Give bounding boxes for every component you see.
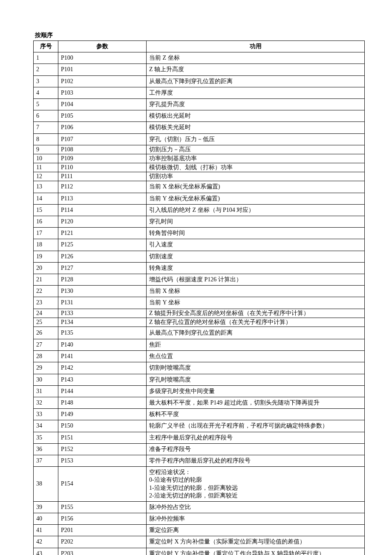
cell-param: P103: [58, 87, 147, 98]
header-seq: 序号: [34, 41, 58, 52]
cell-seq: 41: [34, 525, 58, 536]
cell-param: P144: [58, 385, 147, 397]
cell-param: P141: [58, 351, 147, 362]
cell-seq: 24: [34, 309, 58, 318]
cell-param: P113: [58, 193, 147, 204]
cell-seq: 32: [34, 397, 58, 409]
table-row: 5P104穿孔提升高度: [34, 98, 365, 110]
cell-func: 准备子程序段号: [147, 443, 365, 455]
header-param: 参数: [58, 41, 147, 52]
table-row: 37P153零件子程序内部最后穿孔处的程序段号: [34, 455, 365, 466]
cell-func: 穿孔时间: [147, 216, 365, 228]
cell-seq: 22: [34, 286, 58, 297]
cell-func: 增益代码（根据速度 P126 计算出）: [147, 274, 365, 285]
cell-func: 多级穿孔时变焦中间变量: [147, 385, 365, 397]
cell-seq: 4: [34, 87, 58, 98]
cell-func: 模切板出光延时: [147, 110, 365, 122]
cell-func: 重定位距离: [147, 525, 365, 536]
cell-seq: 3: [34, 75, 58, 87]
cell-seq: 29: [34, 362, 58, 374]
table-row: 33P149板料不平度: [34, 409, 365, 420]
table-row: 30P143穿孔时喷嘴高度: [34, 374, 365, 385]
cell-param: P155: [58, 501, 147, 513]
cell-param: P154: [58, 467, 147, 502]
cell-param: P130: [58, 286, 147, 297]
table-row: 10P109功率控制基底功率: [34, 154, 365, 163]
cell-param: P150: [58, 420, 147, 432]
cell-func: 当前 X 坐标(无坐标系偏置): [147, 181, 365, 193]
cell-param: P100: [58, 52, 147, 64]
cell-param: P101: [58, 64, 147, 75]
cell-param: P121: [58, 228, 147, 239]
cell-seq: 20: [34, 262, 58, 274]
cell-func: 从最高点下降到穿孔位置的距离: [147, 75, 365, 87]
cell-param: P108: [58, 145, 147, 154]
cell-func: 脉冲外控频率: [147, 513, 365, 525]
table-row: 29P142切割时喷嘴高度: [34, 362, 365, 374]
cell-param: P133: [58, 309, 147, 318]
table-row: 39P155脉冲外控占空比: [34, 501, 365, 513]
table-row: 6P105模切板出光延时: [34, 110, 365, 122]
cell-seq: 38: [34, 467, 58, 502]
table-row: 35P151主程序中最后穿孔处的程序段号: [34, 432, 365, 443]
table-row: 19P126切割速度: [34, 251, 365, 262]
cell-seq: 6: [34, 110, 58, 122]
cell-seq: 16: [34, 216, 58, 228]
page: 按顺序 序号 参数 功用 1P100当前 Z 坐标2P101Z 轴上升高度3P1…: [0, 0, 392, 555]
cell-func: 零件子程序内部最后穿孔处的程序段号: [147, 455, 365, 466]
table-row: 16P120穿孔时间: [34, 216, 365, 228]
cell-seq: 26: [34, 327, 58, 339]
cell-func: 模切板关光延时: [147, 122, 365, 133]
cell-param: P143: [58, 374, 147, 385]
cell-param: P106: [58, 122, 147, 133]
table-row: 21P128增益代码（根据速度 P126 计算出）: [34, 274, 365, 285]
cell-func: 空程沿途状况： 0-沿途有切过的轮廓 1-沿途无切过的轮廓，但距离较远 2-沿途…: [147, 467, 365, 502]
cell-seq: 12: [34, 172, 58, 181]
table-row: 9P108切割压力－高压: [34, 145, 365, 154]
table-row: 36P152准备子程序段号: [34, 443, 365, 455]
cell-seq: 37: [34, 455, 58, 466]
cell-seq: 23: [34, 297, 58, 309]
cell-func: 焦距: [147, 339, 365, 351]
table-row: 18P125引入速度: [34, 239, 365, 251]
cell-param: P111: [58, 172, 147, 181]
cell-seq: 34: [34, 420, 58, 432]
cell-func: 从最高点下降到穿孔位置的距离: [147, 327, 365, 339]
cell-func: 工件厚度: [147, 87, 365, 98]
cell-param: P107: [58, 133, 147, 145]
cell-seq: 35: [34, 432, 58, 443]
cell-func: 当前 Y 坐标(无坐标系偏置): [147, 193, 365, 204]
cell-param: P135: [58, 327, 147, 339]
cell-seq: 2: [34, 64, 58, 75]
cell-param: P148: [58, 397, 147, 409]
table-row: 27P140焦距: [34, 339, 365, 351]
cell-seq: 43: [34, 548, 58, 555]
table-row: 40P156脉冲外控频率: [34, 513, 365, 525]
table-row: 24P133Z 轴提升到安全高度后的绝对坐标值（在关光子程序中计算）: [34, 309, 365, 318]
table-row: 38P154空程沿途状况： 0-沿途有切过的轮廓 1-沿途无切过的轮廓，但距离较…: [34, 467, 365, 502]
cell-seq: 10: [34, 154, 58, 163]
table-row: 23P131当前 Y 坐标: [34, 297, 365, 309]
table-row: 8P107穿孔（切割）压力－低压: [34, 133, 365, 145]
cell-func: 重定位时 Y 方向补偿量（重定位工作台导轨与 X 轴导轨的平行度）: [147, 548, 365, 555]
cell-param: P128: [58, 274, 147, 285]
cell-param: P114: [58, 204, 147, 216]
table-row: 25P134Z 轴在穿孔位置的绝对坐标值（在关光子程序中计算）: [34, 318, 365, 327]
cell-func: 最大板料不平度，如果 P149 超过此值，切割头先随动下降再提升: [147, 397, 365, 409]
cell-seq: 7: [34, 122, 58, 133]
cell-param: P109: [58, 154, 147, 163]
table-row: 3P102从最高点下降到穿孔位置的距离: [34, 75, 365, 87]
table-row: 4P103工件厚度: [34, 87, 365, 98]
cell-seq: 40: [34, 513, 58, 525]
table-header-row: 序号 参数 功用: [34, 41, 365, 52]
cell-param: P203: [58, 548, 147, 555]
cell-seq: 21: [34, 274, 58, 285]
cell-func: 脉冲外控占空比: [147, 501, 365, 513]
table-row: 26P135从最高点下降到穿孔位置的距离: [34, 327, 365, 339]
cell-param: P102: [58, 75, 147, 87]
cell-param: P126: [58, 251, 147, 262]
cell-func: 主程序中最后穿孔处的程序段号: [147, 432, 365, 443]
table-row: 43P203重定位时 Y 方向补偿量（重定位工作台导轨与 X 轴导轨的平行度）: [34, 548, 365, 555]
cell-param: P110: [58, 163, 147, 172]
cell-param: P152: [58, 443, 147, 455]
